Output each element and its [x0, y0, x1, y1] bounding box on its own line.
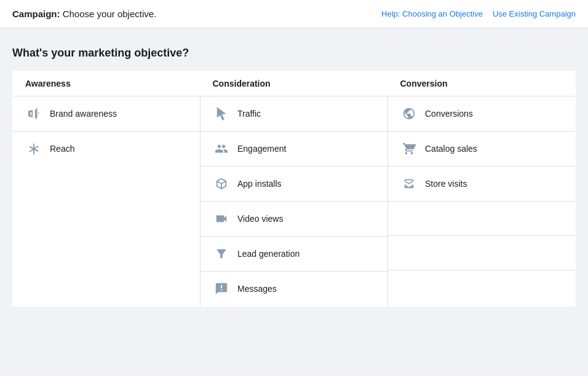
messages-item[interactable]: Messages	[201, 272, 387, 306]
traffic-label: Traffic	[237, 109, 261, 119]
video-views-label: Video views	[237, 214, 283, 224]
store-visits-item[interactable]: Store visits	[388, 166, 575, 202]
col-header-consideration: Consideration	[201, 71, 388, 96]
brand-awareness-item[interactable]: Brand awareness	[13, 96, 200, 131]
header-bar: Campaign: Choose your objective. Help: C…	[0, 0, 588, 28]
box-icon	[213, 175, 230, 192]
engagement-label: Engagement	[237, 144, 286, 154]
people-icon	[213, 140, 230, 157]
header-title: Campaign: Choose your objective.	[12, 9, 156, 19]
empty-cell-2	[388, 236, 575, 270]
store-visits-label: Store visits	[425, 179, 467, 189]
app-installs-label: App installs	[237, 179, 282, 189]
empty-cell-3	[388, 270, 575, 305]
lead-generation-label: Lead generation	[237, 249, 300, 259]
header-links: Help: Choosing an Objective Use Existing…	[381, 9, 576, 18]
asterisk-icon	[25, 140, 42, 157]
brand-awareness-label: Brand awareness	[50, 109, 117, 119]
page-heading: What's your marketing objective?	[12, 47, 576, 60]
lead-generation-item[interactable]: Lead generation	[201, 237, 387, 272]
awareness-col: Brand awareness Reach	[13, 96, 201, 307]
catalog-sales-label: Catalog sales	[425, 144, 477, 154]
app-installs-item[interactable]: App installs	[201, 166, 387, 202]
filter-icon	[213, 245, 230, 262]
objectives-table: Awareness Consideration Conversion Brand…	[12, 71, 576, 307]
video-views-item[interactable]: Video views	[201, 202, 387, 237]
cursor-icon	[213, 105, 230, 122]
consideration-col: Traffic Engagement	[201, 96, 388, 307]
traffic-item[interactable]: Traffic	[201, 96, 387, 131]
chat-icon	[213, 280, 230, 297]
catalog-sales-item[interactable]: Catalog sales	[388, 131, 575, 166]
engagement-item[interactable]: Engagement	[201, 131, 387, 166]
conversions-label: Conversions	[425, 109, 473, 119]
cart-icon	[400, 140, 418, 157]
conversion-col: Conversions Catalog sales	[388, 96, 576, 307]
use-existing-campaign-link[interactable]: Use Existing Campaign	[493, 9, 576, 18]
reach-item[interactable]: Reach	[13, 131, 200, 166]
globe-icon	[400, 105, 418, 122]
main-content: What's your marketing objective? Awarene…	[0, 28, 588, 319]
messages-label: Messages	[237, 284, 277, 294]
megaphone-icon	[25, 105, 42, 122]
col-header-awareness: Awareness	[13, 71, 201, 96]
conversions-item[interactable]: Conversions	[388, 96, 575, 131]
table-row: Brand awareness Reach	[13, 96, 576, 307]
store-icon	[400, 175, 418, 192]
video-icon	[213, 210, 230, 227]
reach-label: Reach	[50, 144, 74, 154]
help-link[interactable]: Help: Choosing an Objective	[381, 9, 483, 18]
empty-cell-1	[388, 202, 575, 236]
col-header-conversion: Conversion	[388, 71, 576, 96]
